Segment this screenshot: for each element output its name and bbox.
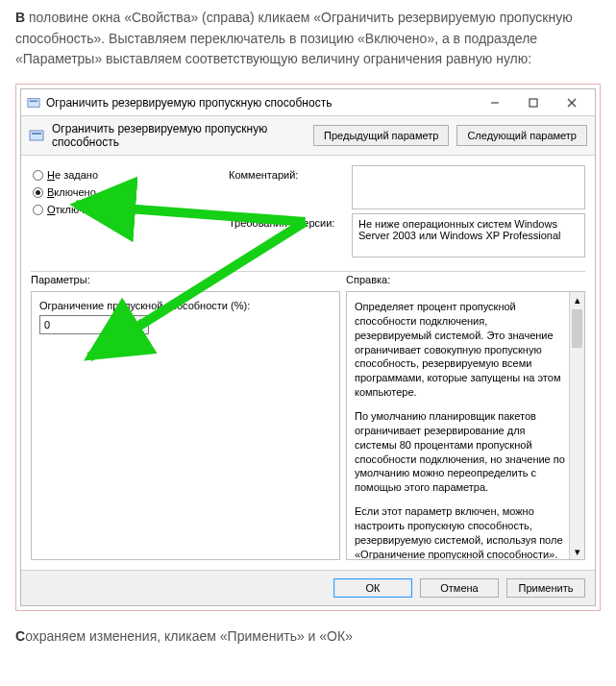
- help-scrollbar[interactable]: ▴ ▾: [569, 292, 584, 559]
- bandwidth-limit-spinner[interactable]: ▲ ▼: [39, 315, 149, 334]
- radio-not-configured[interactable]: Не задано: [33, 169, 221, 181]
- radio-enabled[interactable]: Включено: [33, 186, 221, 198]
- spinner-buttons[interactable]: ▲ ▼: [131, 316, 148, 333]
- params-header: Параметры:: [31, 274, 346, 285]
- help-paragraph: Определяет процент пропускной способност…: [355, 300, 567, 400]
- maximize-button[interactable]: [514, 91, 553, 114]
- screenshot: Ограничить резервируемую пропускную спос…: [15, 84, 601, 611]
- meta-fields: Комментарий: Требования к версии: Не ниж…: [229, 165, 585, 257]
- scroll-up-icon[interactable]: ▴: [570, 292, 584, 307]
- bandwidth-limit-input[interactable]: [40, 316, 131, 333]
- article-intro-lead: В: [15, 10, 25, 25]
- bandwidth-limit-label: Ограничение пропускной способности (%):: [39, 300, 332, 311]
- svg-rect-0: [28, 98, 39, 107]
- policy-icon: [29, 128, 44, 143]
- gpedit-dialog: Ограничить резервируемую пропускную спос…: [20, 88, 596, 606]
- titlebar: Ограничить резервируемую пропускную спос…: [21, 89, 595, 116]
- help-header: Справка:: [346, 274, 585, 285]
- ok-button[interactable]: ОК: [333, 578, 412, 598]
- scroll-down-icon[interactable]: ▾: [570, 544, 584, 559]
- comment-label: Комментарий:: [229, 165, 344, 181]
- article-intro-body: половине окна «Свойства» (справа) кликае…: [15, 10, 573, 66]
- spinner-up-icon[interactable]: ▲: [132, 316, 148, 325]
- toolbar: Ограничить резервируемую пропускную спос…: [21, 116, 595, 156]
- requirements-label: Требования к версии:: [229, 213, 344, 229]
- settings-upper: Не задано Включено Отключено Комментарий…: [21, 156, 595, 265]
- radio-icon: [33, 205, 43, 215]
- article-outro-lead: С: [15, 628, 25, 644]
- svg-rect-7: [32, 133, 41, 135]
- apply-button[interactable]: Применить: [506, 578, 585, 598]
- help-paragraph: По умолчанию планировщик пакетов огранич…: [355, 409, 567, 495]
- scroll-thumb[interactable]: [572, 309, 582, 348]
- prev-setting-button[interactable]: Предыдущий параметр: [313, 125, 449, 146]
- window-title: Ограничить резервируемую пропускную спос…: [46, 96, 476, 110]
- svg-rect-3: [530, 99, 537, 107]
- comment-field[interactable]: [352, 165, 585, 209]
- params-panel: Ограничение пропускной способности (%): …: [31, 291, 340, 560]
- article-intro: В половине окна «Свойства» (справа) клик…: [15, 8, 601, 70]
- spinner-down-icon[interactable]: ▼: [132, 325, 148, 333]
- close-button[interactable]: [553, 91, 591, 114]
- radio-icon: [33, 187, 43, 198]
- requirements-field: Не ниже операционных систем Windows Serv…: [352, 213, 585, 257]
- cancel-button[interactable]: Отмена: [420, 578, 499, 598]
- help-paragraph: Если этот параметр включен, можно настро…: [355, 504, 567, 560]
- state-radios: Не задано Включено Отключено: [31, 165, 223, 257]
- separator: [31, 271, 585, 272]
- svg-rect-6: [30, 131, 43, 140]
- next-setting-button[interactable]: Следующий параметр: [456, 125, 587, 146]
- panels: Ограничение пропускной способности (%): …: [21, 285, 595, 570]
- dialog-footer: ОК Отмена Применить: [21, 570, 595, 605]
- radio-disabled[interactable]: Отключено: [33, 204, 221, 215]
- toolbar-title: Ограничить резервируемую пропускную спос…: [52, 122, 306, 149]
- minimize-button[interactable]: [476, 91, 514, 114]
- policy-icon: [27, 96, 40, 110]
- article-outro: Сохраняем изменения, кликаем «Применить»…: [15, 626, 601, 648]
- article-outro-body: охраняем изменения, кликаем «Применить» …: [25, 628, 353, 644]
- radio-icon: [33, 170, 43, 181]
- help-panel: Определяет процент пропускной способност…: [346, 291, 585, 560]
- section-headers: Параметры: Справка:: [21, 274, 595, 285]
- svg-rect-1: [30, 100, 38, 102]
